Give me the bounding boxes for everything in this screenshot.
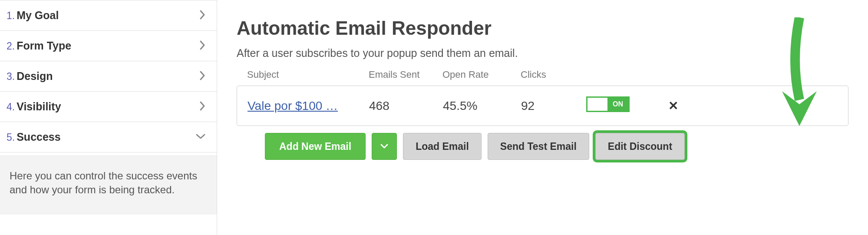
col-clicks-header: Clicks bbox=[521, 69, 586, 80]
table-header: Subject Emails Sent Open Rate Clicks bbox=[237, 69, 848, 86]
col-open-header: Open Rate bbox=[442, 69, 521, 80]
emails-sent-value: 468 bbox=[369, 99, 443, 113]
chevron-down-icon bbox=[195, 133, 206, 142]
delete-email-icon[interactable]: ✕ bbox=[668, 99, 678, 113]
send-test-email-button[interactable]: Send Test Email bbox=[488, 133, 589, 160]
step-design[interactable]: 3. Design bbox=[0, 61, 217, 92]
page-subtitle: After a user subscribes to your popup se… bbox=[237, 47, 848, 60]
step-number: 3. bbox=[7, 71, 15, 83]
email-subject-link[interactable]: Vale por $100 … bbox=[248, 99, 338, 113]
step-label: Form Type bbox=[17, 40, 71, 52]
email-toggle[interactable]: ON bbox=[586, 96, 630, 112]
step-label: My Goal bbox=[17, 9, 59, 22]
toggle-on-label: ON bbox=[607, 98, 628, 111]
step-number: 2. bbox=[7, 40, 15, 52]
main-panel: Automatic Email Responder After a user s… bbox=[217, 0, 868, 235]
step-visibility[interactable]: 4. Visibility bbox=[0, 92, 217, 122]
add-new-email-button[interactable]: Add New Email bbox=[265, 133, 366, 160]
step-label: Design bbox=[17, 70, 53, 83]
chevron-right-icon bbox=[199, 101, 206, 113]
chevron-right-icon bbox=[199, 10, 206, 22]
clicks-value: 92 bbox=[521, 99, 586, 113]
col-sent-header: Emails Sent bbox=[369, 69, 442, 80]
load-email-button[interactable]: Load Email bbox=[403, 133, 482, 160]
chevron-down-icon bbox=[380, 143, 389, 149]
step-label: Success bbox=[17, 131, 60, 143]
chevron-right-icon bbox=[199, 70, 206, 83]
step-number: 1. bbox=[7, 10, 15, 22]
step-form-type[interactable]: 2. Form Type bbox=[0, 31, 217, 61]
button-row: Add New Email Load Email Send Test Email… bbox=[237, 133, 848, 160]
page-title: Automatic Email Responder bbox=[237, 17, 848, 39]
step-my-goal[interactable]: 1. My Goal bbox=[0, 0, 217, 31]
step-success[interactable]: 5. Success bbox=[0, 122, 217, 152]
step-number: 4. bbox=[7, 101, 15, 113]
email-row: Vale por $100 … 468 45.5% 92 ON ✕ bbox=[237, 86, 848, 126]
sidebar: 1. My Goal 2. Form Type 3. Design 4. Vis… bbox=[0, 0, 217, 235]
sidebar-note: Here you can control the success events … bbox=[0, 155, 217, 215]
chevron-right-icon bbox=[199, 40, 206, 52]
step-label: Visibility bbox=[17, 100, 61, 113]
add-email-dropdown-button[interactable] bbox=[372, 133, 397, 160]
col-subject-header: Subject bbox=[247, 69, 369, 80]
step-number: 5. bbox=[7, 132, 15, 143]
open-rate-value: 45.5% bbox=[443, 99, 521, 113]
edit-discount-button[interactable]: Edit Discount bbox=[595, 133, 685, 160]
